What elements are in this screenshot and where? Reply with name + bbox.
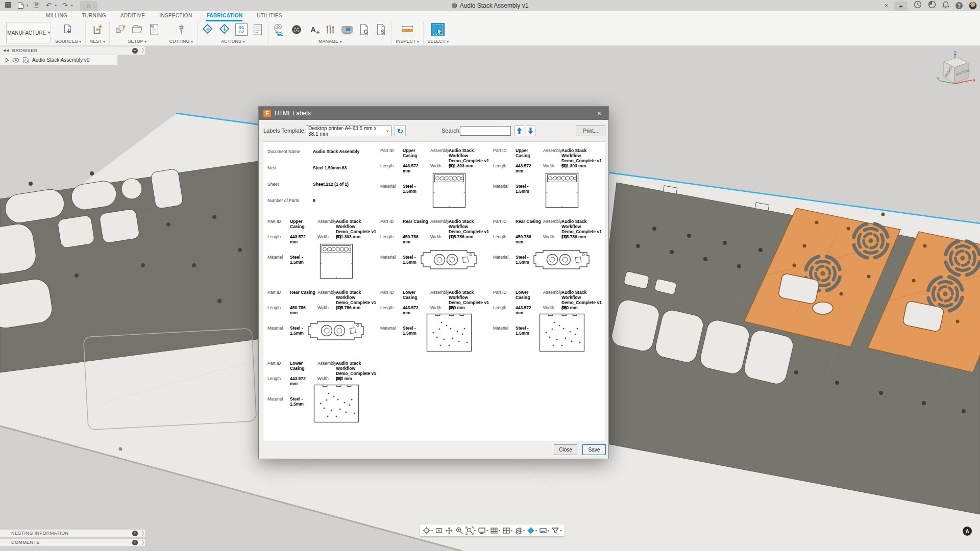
nesting-information-panel[interactable]: NESTING INFORMATION + ): [0, 530, 145, 537]
cutting-toolpath-icon[interactable]: [202, 23, 215, 36]
tab-additive[interactable]: ADDITIVE: [120, 11, 145, 21]
zoom-icon[interactable]: [455, 527, 463, 535]
file-menu-caret[interactable]: ▾: [27, 4, 29, 8]
simulate-icon[interactable]: [218, 23, 232, 36]
templates-icon[interactable]: S: [374, 23, 387, 36]
group-sources: SOURCES▾: [51, 21, 86, 45]
dialog-footer: Close Save: [259, 440, 608, 459]
comments-expand-icon[interactable]: +: [132, 540, 138, 545]
pan-icon[interactable]: [445, 527, 453, 535]
visibility-eye-icon: [12, 58, 19, 63]
measure-icon[interactable]: [401, 23, 414, 36]
undo-icon[interactable]: ↶: [45, 2, 53, 10]
job-status-icon[interactable]: [928, 1, 936, 11]
dialog-titlebar[interactable]: F HTML Labels ×: [259, 107, 608, 120]
grid-snap-icon[interactable]: ▾: [490, 527, 500, 535]
comments-panel[interactable]: COMMENTS + ): [0, 539, 145, 546]
search-next-button[interactable]: [526, 126, 535, 136]
manufacture-caret: ▾: [48, 31, 50, 35]
undo-caret[interactable]: ▾: [55, 4, 57, 8]
part-thumbnail: [533, 249, 590, 270]
svg-text:Z: Z: [953, 51, 957, 56]
post-process-icon[interactable]: G1G2: [235, 23, 248, 36]
dialog-close-icon[interactable]: ×: [595, 109, 604, 117]
browser-item-root[interactable]: Audio Stack Assembly v0: [0, 55, 117, 65]
nest-icon[interactable]: [91, 23, 104, 36]
panel-handle[interactable]: ): [142, 530, 144, 536]
sources-icon[interactable]: [61, 23, 75, 36]
save-icon[interactable]: [33, 2, 41, 10]
orbit-icon[interactable]: ▾: [423, 527, 433, 535]
panel-handle[interactable]: ): [142, 47, 144, 53]
tool-library-icon[interactable]: [324, 23, 337, 36]
ribbon: MILLING TURNING ADDITIVE INSPECTION FABR…: [0, 11, 980, 46]
collapse-icon[interactable]: ◀◀: [3, 48, 9, 53]
tab-turning[interactable]: TURNING: [82, 11, 106, 21]
redo-caret[interactable]: ▾: [71, 4, 73, 8]
group-cutting: CUTTING▾: [165, 21, 198, 45]
text-tool-icon[interactable]: A +: [307, 23, 320, 36]
label-card: Part IDUpper Casing AssemblyAudio Stack …: [493, 148, 601, 219]
search-prev-button[interactable]: [514, 126, 524, 136]
panel-handle[interactable]: ): [142, 539, 144, 545]
tab-fabrication[interactable]: FABRICATION: [206, 11, 242, 21]
app-grid-icon[interactable]: [4, 2, 12, 10]
tab-utilities[interactable]: UTILITIES: [257, 11, 282, 21]
home-tab[interactable]: ⌂: [80, 1, 97, 11]
close-button[interactable]: Close: [554, 444, 577, 455]
redo-icon[interactable]: ↷: [61, 2, 69, 10]
look-at-icon[interactable]: [435, 527, 443, 535]
label-card: Part IDRear Casing AssemblyAudio Stack W…: [493, 219, 601, 290]
file-menu-icon[interactable]: [16, 2, 24, 10]
new-document-tab[interactable]: +: [894, 2, 908, 11]
up-arrow-icon: [517, 128, 522, 134]
home-icon: ⌂: [87, 2, 91, 10]
machine-library-icon[interactable]: [340, 23, 354, 36]
notifications-bell-icon[interactable]: [942, 1, 949, 11]
document-title: Audio Stack Assembly v1: [452, 2, 529, 9]
browser-panel: ◀◀ BROWSER − ) Audio Stack Assembly v0: [0, 46, 145, 65]
down-arrow-icon: [528, 128, 533, 134]
gcode-doc-icon[interactable]: G: [148, 23, 161, 36]
select-caret-icon: ∨: [386, 129, 389, 133]
tab-inspection[interactable]: INSPECTION: [159, 11, 192, 21]
browser-header[interactable]: ◀◀ BROWSER − ): [0, 46, 145, 55]
select-icon[interactable]: [431, 23, 445, 36]
search-label: Search:: [442, 128, 461, 134]
nesting-info-expand-icon[interactable]: +: [132, 531, 138, 536]
close-document-icon[interactable]: ×: [885, 2, 888, 9]
extensions-icon[interactable]: [914, 1, 922, 11]
viewcube[interactable]: Z X Y RIGHT BOTTOM: [936, 51, 975, 92]
setup-sheet-icon[interactable]: [251, 23, 264, 36]
svg-text:Y: Y: [937, 76, 940, 81]
autodesk-badge[interactable]: A: [963, 527, 972, 536]
tab-milling[interactable]: MILLING: [46, 11, 67, 21]
svg-text:X: X: [973, 78, 975, 83]
fit-icon[interactable]: ▾: [465, 527, 476, 535]
viewports-icon[interactable]: ▾: [502, 527, 512, 535]
part-thumbnail: [313, 384, 359, 423]
print-button[interactable]: Print...: [576, 126, 605, 136]
screens-icon[interactable]: ▾: [539, 527, 549, 535]
sheets-icon[interactable]: ▾: [514, 527, 525, 535]
nest-ball-icon[interactable]: [290, 23, 303, 36]
open-folder-icon[interactable]: [131, 23, 144, 36]
visual-style-icon[interactable]: ▾: [527, 527, 537, 535]
nest-setup-icon[interactable]: [114, 23, 127, 36]
labels-template-select[interactable]: Desktop printer-A4-63.5 mm x 38.1 mm ∨: [306, 126, 391, 136]
refresh-button[interactable]: ↻: [395, 126, 406, 136]
avatar[interactable]: [969, 2, 977, 10]
filter-icon[interactable]: ▾: [551, 527, 561, 535]
label-card: Part IDRear Casing AssemblyAudio Stack W…: [380, 219, 488, 290]
material-roll-icon[interactable]: [273, 23, 286, 36]
manufacture-workspace-button[interactable]: MANUFACTURE▾: [6, 22, 51, 43]
save-button[interactable]: Save: [582, 444, 606, 455]
part-thumbnail: [539, 313, 585, 352]
search-input[interactable]: [460, 126, 511, 136]
cutting-icon[interactable]: [175, 23, 188, 36]
display-settings-icon[interactable]: ▾: [478, 527, 488, 535]
help-icon[interactable]: ?: [955, 2, 963, 9]
post-library-icon[interactable]: G: [357, 23, 371, 36]
group-actions: G1G2 ACTIONS▾: [198, 21, 269, 45]
browser-toggle-icon[interactable]: −: [132, 48, 138, 54]
